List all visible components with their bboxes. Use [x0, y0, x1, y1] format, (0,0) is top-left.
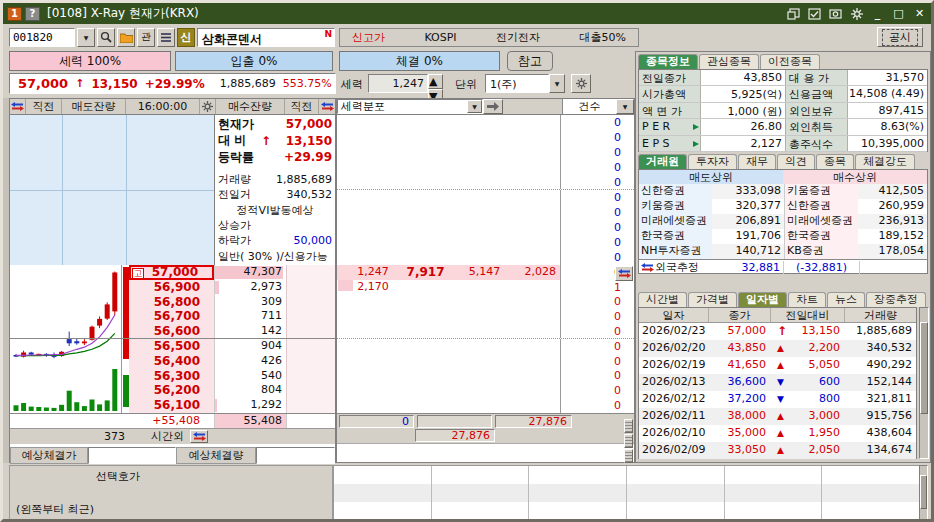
- pin-window-icon[interactable]: [807, 7, 822, 20]
- daily-row[interactable]: 2026/02/2043,850▲2,200340,532: [639, 340, 916, 357]
- forces-row[interactable]: 0: [337, 190, 634, 205]
- tab-종목정보[interactable]: 종목정보: [638, 54, 698, 69]
- tab-차트[interactable]: 차트: [788, 292, 826, 307]
- forces-row[interactable]: 0: [337, 398, 634, 413]
- forces-row[interactable]: 2,1701: [337, 280, 634, 295]
- forces-dropdown-icon[interactable]: [467, 100, 482, 113]
- ladder-row[interactable]: 56,1001,292: [10, 398, 335, 413]
- tab-재무[interactable]: 재무: [738, 154, 776, 169]
- daily-row[interactable]: 2026/02/1035,000▲1,950438,604: [639, 425, 916, 442]
- forces-row[interactable]: 0: [337, 324, 634, 339]
- forces-row[interactable]: 0: [337, 205, 634, 220]
- forces-row[interactable]: 0: [337, 369, 634, 384]
- forces-row[interactable]: 0: [337, 160, 634, 175]
- ladder-price[interactable]: 56,600: [129, 324, 214, 338]
- ladder-price[interactable]: 56,700: [129, 309, 214, 324]
- broker-row[interactable]: 키움증권320,377신한증권260,959: [639, 199, 927, 214]
- search-button[interactable]: [97, 28, 115, 47]
- close-button[interactable]: ✕: [912, 7, 927, 20]
- ladder-row[interactable]: 56,9002,973: [10, 280, 335, 295]
- disclosure-button[interactable]: 공시: [877, 27, 923, 47]
- broker-row[interactable]: NH투자증권140,712KB증권178,054: [639, 244, 927, 259]
- daily-row[interactable]: 2026/02/1941,650▲5,050490,292: [639, 357, 916, 374]
- tab-이전종목[interactable]: 이전종목: [760, 54, 820, 69]
- scrollbar-handle[interactable]: [920, 322, 928, 414]
- tab-종목[interactable]: 종목: [816, 154, 854, 169]
- forces-row[interactable]: 0: [337, 383, 634, 398]
- bottom-scrollbar[interactable]: [919, 465, 928, 521]
- ladder-price[interactable]: 56,300: [129, 369, 214, 384]
- ladder-price[interactable]: 56,100: [129, 398, 214, 413]
- tab-투자자[interactable]: 투자자: [688, 154, 737, 169]
- swap-arrows-icon[interactable]: [615, 266, 633, 281]
- stock-code-input[interactable]: [9, 28, 75, 47]
- ladder-row[interactable]: 56,600142: [10, 324, 335, 339]
- capture-icon[interactable]: [828, 7, 843, 20]
- tab-뉴스[interactable]: 뉴스: [827, 292, 865, 307]
- daily-row[interactable]: 2026/02/0933,050▲2,050134,674: [639, 442, 916, 459]
- summary-gear-button[interactable]: [571, 74, 591, 93]
- forces-row[interactable]: 0: [337, 250, 634, 265]
- tab-장중추정[interactable]: 장중추정: [866, 292, 926, 307]
- broker-row[interactable]: 신한증권333,098키움증권412,505: [639, 184, 927, 199]
- daily-col-header[interactable]: 전일대비: [771, 308, 845, 322]
- forces-combo[interactable]: 세력분포: [337, 99, 483, 114]
- forces-row[interactable]: 1,2477,9175,1472,0286: [337, 265, 634, 280]
- ladder-price[interactable]: 56,200: [129, 383, 214, 398]
- ladder-row[interactable]: 56,200804: [10, 383, 335, 398]
- daily-col-header[interactable]: 거래량: [845, 308, 916, 322]
- forces-row[interactable]: 0: [337, 175, 634, 190]
- forces-row[interactable]: 0: [337, 309, 634, 324]
- tab-체결강도[interactable]: 체결강도: [855, 154, 915, 169]
- daily-scrollbar[interactable]: [919, 307, 929, 459]
- daily-col-header[interactable]: 종가: [709, 308, 771, 322]
- daily-row[interactable]: 2026/02/1237,200▼800321,811: [639, 391, 916, 408]
- forces-row[interactable]: 0: [337, 115, 634, 130]
- forces-apply-button[interactable]: [483, 99, 503, 114]
- help-icon[interactable]: ?: [25, 7, 40, 21]
- tab-일자별[interactable]: 일자별: [738, 292, 787, 307]
- swap-arrows-icon[interactable]: [190, 430, 208, 443]
- swap-arrows-icon[interactable]: [319, 99, 335, 114]
- maximize-button[interactable]: □: [891, 7, 906, 20]
- daily-row[interactable]: 2026/02/1138,000▲3,000915,756: [639, 408, 916, 425]
- tab-관심종목[interactable]: 관심종목: [699, 54, 759, 69]
- tab-거래원[interactable]: 거래원: [638, 154, 687, 169]
- grip-button[interactable]: [624, 449, 633, 463]
- orderbook-gear-icon[interactable]: [200, 99, 216, 114]
- favorites-folder-button[interactable]: [117, 28, 135, 47]
- ladder-price[interactable]: 56,800: [129, 295, 214, 310]
- stepper-up-icon[interactable]: [428, 74, 443, 89]
- swap-arrows-icon[interactable]: [639, 262, 655, 273]
- forces-row[interactable]: 0: [337, 235, 634, 250]
- broker-row[interactable]: 한국증권191,706한국증권189,152: [639, 229, 927, 244]
- tab-의견[interactable]: 의견: [777, 154, 815, 169]
- broker-row[interactable]: 미래에셋증권206,891미래에셋증권236,913: [639, 214, 927, 229]
- forces-row[interactable]: 0: [337, 130, 634, 145]
- ladder-row[interactable]: 56,500904: [10, 339, 335, 354]
- forces-row[interactable]: 0: [337, 220, 634, 235]
- forces-row[interactable]: 0: [337, 145, 634, 160]
- power-stepper[interactable]: 1,247: [368, 74, 443, 93]
- ladder-row[interactable]: 56,700711: [10, 309, 335, 324]
- ladder-row[interactable]: 56,800309: [10, 295, 335, 310]
- tab-시간별[interactable]: 시간별: [638, 292, 687, 307]
- unit-dropdown-icon[interactable]: [549, 74, 565, 93]
- daily-row[interactable]: 2026/02/1336,600▼600152,144: [639, 374, 916, 391]
- layers-button[interactable]: [157, 28, 175, 47]
- ladder-price[interactable]: 56,400: [129, 354, 214, 369]
- unit-select[interactable]: 1(주): [485, 74, 565, 93]
- ladder-row[interactable]: 56,300540: [10, 369, 335, 384]
- tab-가격별[interactable]: 가격별: [688, 292, 737, 307]
- scrollbar-handle[interactable]: [920, 475, 927, 509]
- reference-button[interactable]: 참고: [507, 51, 553, 71]
- ladder-row[interactable]: 57,000고47,307: [10, 265, 335, 280]
- kwan-button[interactable]: 관: [137, 28, 155, 47]
- ladder-row[interactable]: 56,400426: [10, 354, 335, 369]
- ladder-price[interactable]: 56,900: [129, 280, 214, 295]
- ladder-price[interactable]: 57,000고: [129, 265, 214, 280]
- new-window-icon[interactable]: [786, 7, 801, 20]
- forces-row[interactable]: 0: [337, 295, 634, 310]
- stock-name-box[interactable]: 삼화콘덴서 N: [197, 28, 335, 47]
- minimize-button[interactable]: _: [870, 7, 885, 20]
